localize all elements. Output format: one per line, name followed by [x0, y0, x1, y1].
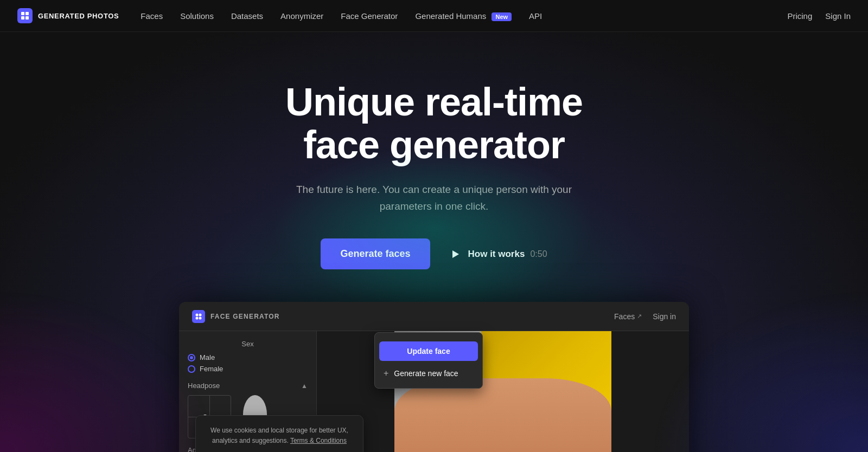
logo-icon	[17, 8, 33, 23]
demo-signin-link[interactable]: Sign in	[653, 312, 676, 321]
demo-logo-icon	[192, 310, 205, 323]
svg-point-8	[199, 317, 202, 319]
svg-rect-2	[21, 16, 24, 20]
logo-area[interactable]: GENERATED PHOTOS	[17, 8, 119, 23]
demo-faces-link[interactable]: Faces ↗	[614, 312, 642, 321]
action-dropdown: Update face + Generate new face	[374, 332, 483, 389]
nav-anonymizer[interactable]: Anonymizer	[280, 11, 323, 21]
svg-rect-3	[25, 16, 29, 20]
brand-name: GENERATED PHOTOS	[38, 12, 119, 20]
external-link-icon: ↗	[637, 313, 642, 320]
generate-new-face-item[interactable]: + Generate new face	[375, 363, 482, 384]
nav-faces[interactable]: Faces	[141, 11, 163, 21]
update-face-button[interactable]: Update face	[379, 341, 478, 361]
plus-icon: +	[384, 369, 388, 378]
demo-widget: FACE GENERATOR Faces ↗ Sign in Sex Male	[179, 302, 689, 452]
how-it-works-time: 0:50	[530, 249, 547, 259]
how-it-works-label: How it works	[468, 249, 525, 260]
svg-rect-0	[21, 12, 24, 15]
cookie-banner: We use cookies and local storage for bet…	[195, 415, 363, 452]
terms-conditions-link[interactable]: Terms & Conditions	[290, 437, 347, 444]
svg-rect-1	[25, 12, 29, 15]
hero-subtitle: The future is here. You can create a uni…	[288, 182, 580, 215]
demo-topbar: FACE GENERATOR Faces ↗ Sign in	[179, 302, 689, 331]
demo-radio-male[interactable]: Male	[188, 353, 308, 361]
svg-point-5	[196, 313, 199, 316]
headpose-chevron-icon: ▲	[301, 382, 308, 390]
generate-faces-button[interactable]: Generate faces	[321, 238, 430, 269]
navbar: GENERATED PHOTOS Faces Solutions Dataset…	[0, 0, 868, 32]
nav-solutions[interactable]: Solutions	[180, 11, 214, 21]
demo-topbar-right: Faces ↗ Sign in	[614, 312, 676, 321]
hero-title: Unique real-time face generator	[255, 81, 613, 166]
nav-links: Faces Solutions Datasets Anonymizer Face…	[141, 11, 787, 21]
hero-actions: Generate faces How it works 0:50	[11, 238, 857, 269]
demo-logo-area: FACE GENERATOR	[192, 310, 280, 323]
svg-marker-4	[452, 250, 459, 258]
nav-datasets[interactable]: Datasets	[231, 11, 263, 21]
nav-api[interactable]: API	[529, 11, 542, 21]
demo-radio-group: Male Female	[188, 353, 308, 373]
svg-point-7	[196, 317, 199, 319]
cookie-text: We use cookies and local storage for bet…	[207, 425, 352, 446]
svg-point-6	[199, 313, 202, 316]
new-badge: New	[492, 12, 512, 21]
demo-face-gen-label: FACE GENERATOR	[210, 313, 280, 320]
nav-face-generator[interactable]: Face Generator	[341, 11, 398, 21]
radio-female-indicator	[188, 365, 195, 373]
play-icon	[448, 247, 463, 262]
nav-pricing[interactable]: Pricing	[787, 11, 812, 21]
face-skin	[394, 378, 611, 452]
nav-generated-humans[interactable]: Generated Humans New	[415, 11, 512, 21]
demo-radio-female[interactable]: Female	[188, 365, 308, 373]
hero-section: Unique real-time face generator The futu…	[0, 32, 868, 452]
nav-right: Pricing Sign In	[787, 11, 851, 21]
demo-headpose-section: Headpose ▲	[188, 382, 308, 390]
nav-signin[interactable]: Sign In	[825, 11, 851, 21]
demo-face-area	[317, 331, 689, 452]
demo-sex-label: Sex	[188, 340, 308, 348]
radio-male-indicator	[188, 354, 195, 361]
how-it-works-button[interactable]: How it works 0:50	[448, 247, 547, 262]
